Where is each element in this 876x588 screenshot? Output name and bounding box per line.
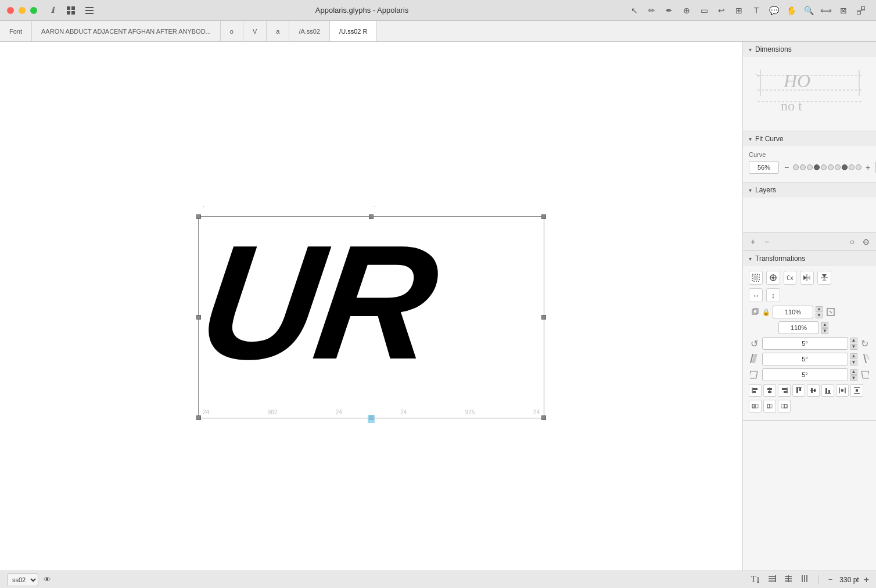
list-view-icon[interactable] (81, 2, 98, 19)
scale-input-2[interactable] (778, 321, 819, 334)
layers-minus-circle-button[interactable]: ⊖ (860, 235, 873, 248)
curve-dot-8[interactable] (842, 164, 848, 170)
slant-up[interactable]: ▲ (850, 353, 857, 359)
line-count-tool[interactable] (781, 573, 795, 586)
hand-tool[interactable]: ✋ (783, 2, 799, 19)
scale-link-icon[interactable] (825, 306, 836, 318)
rotate-ccw-icon[interactable]: ↺ (749, 338, 760, 349)
transform-swap-v-icon[interactable]: ↕ (766, 288, 780, 302)
transform-center-icon[interactable] (766, 271, 780, 285)
align-right-icon[interactable] (778, 384, 791, 397)
tab-font[interactable]: Font (0, 21, 32, 41)
transform-flip-h-icon[interactable] (800, 271, 814, 285)
zoom-plus[interactable]: + (864, 575, 869, 585)
eye-icon[interactable]: 👁 (41, 573, 53, 586)
grid-tool[interactable] (798, 573, 812, 586)
align-distribute-h-icon[interactable] (850, 384, 863, 397)
zoom-tool[interactable]: 🔍 (800, 2, 817, 19)
copy-left-icon[interactable] (749, 400, 762, 413)
curve-dot-1[interactable] (793, 164, 799, 170)
curve-dot-9[interactable] (849, 164, 855, 170)
tab-ass02[interactable]: /A.ss02 (289, 21, 330, 41)
scale3-up[interactable]: ▲ (850, 369, 857, 375)
align-distribute-v-icon[interactable] (836, 384, 849, 397)
text-tool[interactable]: T (748, 2, 764, 19)
handle-bottom-left[interactable] (196, 415, 201, 420)
transformations-header[interactable]: ▾ Transformations (743, 251, 876, 266)
scale-copy-icon[interactable] (749, 306, 760, 318)
layers-circle-button[interactable]: ○ (846, 235, 859, 248)
transform-cx-icon[interactable]: Cx (784, 271, 796, 285)
curve-dot-6[interactable] (828, 164, 834, 170)
corner-tool[interactable]: ⊠ (835, 2, 852, 19)
info-icon[interactable]: ℹ (46, 5, 58, 16)
tab-uss02r[interactable]: /U.ss02 R (330, 21, 377, 41)
window-resize-icon[interactable] (853, 2, 869, 19)
transform-tool[interactable]: ⊞ (731, 2, 747, 19)
transform-align-icon[interactable] (749, 271, 763, 285)
text-size-tool[interactable]: T (749, 573, 763, 586)
scale3-icon[interactable] (749, 371, 760, 379)
window-controls[interactable] (7, 7, 37, 14)
align-top-icon[interactable] (792, 384, 805, 397)
tab-v[interactable]: V (243, 21, 267, 41)
curve-dot-10[interactable] (856, 164, 861, 170)
curve-minus[interactable]: − (781, 162, 792, 173)
slant-down[interactable]: ▼ (850, 360, 857, 365)
slant-input[interactable] (762, 353, 848, 365)
select-tool[interactable]: ↖ (626, 2, 642, 19)
handle-right-center[interactable] (541, 315, 546, 320)
rotate-cw-icon[interactable]: ↻ (860, 338, 871, 349)
maximize-button[interactable] (30, 7, 37, 14)
align-left-icon[interactable] (749, 384, 762, 397)
scale-up-1[interactable]: ▲ (816, 306, 823, 312)
scale-down-2[interactable]: ▼ (821, 328, 828, 334)
ruler-tool[interactable]: ⟺ (818, 2, 834, 19)
shape-tool[interactable]: ▭ (696, 2, 712, 19)
layers-add-button[interactable]: + (746, 235, 759, 248)
fit-curve-header[interactable]: ▾ Fit Curve (743, 131, 876, 146)
tab-a[interactable]: a (267, 21, 289, 41)
scale3-end-icon[interactable] (860, 369, 871, 381)
curve-input-1[interactable] (749, 161, 779, 174)
scale-up-2[interactable]: ▲ (821, 322, 828, 328)
handle-top-right[interactable] (541, 214, 546, 219)
curve-dot-7[interactable] (835, 164, 841, 170)
transform-swap-h-icon[interactable]: ↔ (749, 288, 763, 302)
transform-flip-v-icon[interactable] (817, 271, 831, 285)
rotate-down[interactable]: ▼ (850, 344, 857, 350)
slant-left-icon[interactable] (749, 354, 760, 364)
curve-dot-4[interactable] (814, 164, 820, 170)
lock-icon[interactable]: 🔒 (762, 309, 770, 316)
layers-header[interactable]: ▾ Layers (743, 182, 876, 198)
scale-down-1[interactable]: ▼ (816, 313, 823, 318)
list-align-tool[interactable] (765, 573, 779, 586)
node-tool[interactable]: ⊕ (678, 2, 695, 19)
pen-tool[interactable]: ✏ (644, 2, 660, 19)
tab-glyphs-list[interactable]: AARON ABDUCT ADJACENT AFGHAN AFTER ANYBO… (32, 21, 221, 41)
bezier-tool[interactable]: ✒ (661, 2, 677, 19)
scale-input-1[interactable] (773, 306, 813, 318)
canvas-area[interactable]: · · · UR (0, 42, 742, 571)
rotate-input[interactable] (762, 337, 848, 350)
close-button[interactable] (7, 7, 14, 14)
align-middle-h-icon[interactable] (807, 384, 820, 397)
curve-dot-2[interactable] (800, 164, 806, 170)
layers-remove-button[interactable]: − (760, 235, 773, 248)
copy-center-icon[interactable] (763, 400, 776, 413)
slant-right-icon[interactable] (860, 353, 871, 365)
handle-bottom-right[interactable] (541, 415, 546, 420)
rotate-up[interactable]: ▲ (850, 338, 857, 343)
curve-dot-5[interactable] (821, 164, 827, 170)
scale3-down[interactable]: ▼ (850, 375, 857, 381)
undo-tool[interactable]: ↩ (713, 2, 730, 19)
scale3-input[interactable] (762, 368, 848, 381)
tab-o[interactable]: o (221, 21, 243, 41)
minimize-button[interactable] (19, 7, 26, 14)
grid-view-icon[interactable] (63, 2, 79, 19)
align-center-v-icon[interactable] (763, 384, 776, 397)
variant-select[interactable]: ss02 (7, 573, 38, 586)
align-bottom-icon[interactable] (821, 384, 834, 397)
handle-top-left[interactable] (196, 214, 201, 219)
copy-right-icon[interactable] (778, 400, 791, 413)
